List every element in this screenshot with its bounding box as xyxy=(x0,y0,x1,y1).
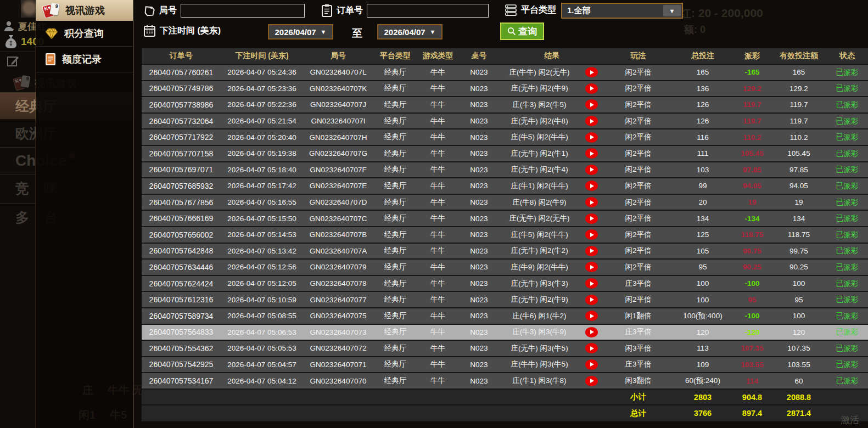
cell-order-no: 260407057760261 xyxy=(142,65,221,80)
table-row[interactable]: 260407057612316 2026-04-07 05:10:59 GN02… xyxy=(142,292,868,308)
date-from-select[interactable]: 2026/04/07 ▼ xyxy=(268,24,333,40)
replay-play-icon[interactable] xyxy=(585,99,598,110)
cell-total-bet: 134 xyxy=(673,211,733,226)
replay-play-icon[interactable] xyxy=(585,116,598,126)
cell-status: 已派彩 xyxy=(826,325,868,340)
table-row[interactable]: 260407057589734 2026-04-07 05:08:55 GN02… xyxy=(142,308,868,325)
cell-play-type: 闲2平倍 xyxy=(604,211,673,226)
table-row[interactable]: 260407057554362 2026-04-07 05:05:53 GN02… xyxy=(142,341,868,357)
replay-play-icon[interactable] xyxy=(585,311,598,321)
play-triangle-icon xyxy=(590,379,594,383)
cell-replay xyxy=(579,227,604,243)
cell-replay xyxy=(579,178,604,194)
cell-game-no: GN0232640707J xyxy=(303,97,373,112)
table-row[interactable]: 260407057707158 2026-04-07 05:19:38 GN02… xyxy=(142,146,868,162)
table-row[interactable]: 260407057738986 2026-04-07 05:22:36 GN02… xyxy=(142,97,868,114)
table-row[interactable]: 260407057656002 2026-04-07 05:14:53 GN02… xyxy=(142,227,868,244)
calendar-icon xyxy=(143,24,156,37)
play-triangle-icon xyxy=(590,200,594,205)
table-row[interactable]: 260407057634446 2026-04-07 05:12:56 GN02… xyxy=(142,260,868,276)
cell-payout: -134 xyxy=(733,211,771,226)
platform-type-select[interactable]: 1.全部 ▼ xyxy=(561,3,683,19)
cell-total-bet: 111 xyxy=(673,146,733,161)
platform-type-label: 平台类型 xyxy=(521,4,556,16)
play-triangle-icon xyxy=(590,151,594,156)
replay-play-icon[interactable] xyxy=(585,83,598,94)
clipboard-icon xyxy=(321,4,333,18)
cell-result: 庄(牛牛) 闲3(牛5) xyxy=(500,357,579,373)
cell-order-no: 260407057749786 xyxy=(142,81,221,97)
header-result: 结果 xyxy=(500,48,604,64)
note-hint: 记 xyxy=(70,55,79,66)
replay-play-icon[interactable] xyxy=(585,359,598,370)
cell-play-type: 闲3翻倍 xyxy=(604,373,673,388)
table-row[interactable]: 260407057685932 2026-04-07 05:17:42 GN02… xyxy=(142,178,868,195)
cell-table-no: N023 xyxy=(458,114,500,129)
order-no-input[interactable] xyxy=(367,4,489,18)
table-row[interactable]: 260407057564833 2026-04-07 05:06:53 GN02… xyxy=(142,325,868,341)
table-row[interactable]: 260407057642848 2026-04-07 05:13:42 GN02… xyxy=(142,244,868,260)
cell-total-bet: 105 xyxy=(673,244,733,259)
replay-play-icon[interactable] xyxy=(585,197,598,207)
menu-item-credit-records[interactable]: 额度记录 xyxy=(36,47,133,72)
cell-game-no: GN0232640707F xyxy=(303,162,373,178)
cell-table-no: N023 xyxy=(458,341,500,356)
cell-payout: 119.7 xyxy=(733,97,771,112)
cell-game-no: GN0232640707H xyxy=(303,129,373,145)
cell-play-type: 闲2平倍 xyxy=(604,195,673,210)
play-triangle-icon xyxy=(590,86,594,91)
cell-valid-bet: 94.05 xyxy=(771,178,826,194)
search-button[interactable]: 查询 xyxy=(500,22,544,40)
replay-play-icon[interactable] xyxy=(585,262,598,272)
cell-game-no: GN0232640707A xyxy=(303,244,373,259)
table-row[interactable]: 260407057749786 2026-04-07 05:23:36 GN02… xyxy=(142,81,868,98)
replay-play-icon[interactable] xyxy=(585,67,598,77)
cell-total-bet: 126 xyxy=(673,97,733,112)
table-row[interactable]: 260407057534167 2026-04-07 05:04:12 GN02… xyxy=(142,373,868,390)
table-row[interactable]: 260407057760261 2026-04-07 05:24:36 GN02… xyxy=(142,65,868,81)
replay-play-icon[interactable] xyxy=(585,246,598,256)
faint-bg-text: 闲1 xyxy=(79,408,96,423)
table-row[interactable]: 260407057732064 2026-04-07 05:21:54 GN02… xyxy=(142,114,868,130)
replay-play-icon[interactable] xyxy=(585,327,598,337)
game-no-input[interactable] xyxy=(181,4,305,18)
cell-platform-type: 经典厅 xyxy=(373,129,417,145)
menu-item-video-games[interactable]: K♥ 9 视讯游戏 xyxy=(36,0,133,21)
cell-status: 已派彩 xyxy=(826,211,868,226)
cell-result: 庄(无牛) 闲2(牛8) xyxy=(500,114,579,129)
replay-play-icon[interactable] xyxy=(585,376,598,386)
replay-play-icon[interactable] xyxy=(585,148,598,159)
header-order-no: 订单号 xyxy=(142,48,221,64)
cell-result: 庄(牛3) 闲3(牛9) xyxy=(500,325,579,340)
cell-total-bet: 103 xyxy=(673,162,733,178)
replay-play-icon[interactable] xyxy=(585,229,598,240)
cell-bet-time: 2026-04-07 05:15:50 xyxy=(221,211,303,226)
play-triangle-icon xyxy=(590,265,594,269)
table-row[interactable]: 260407057624424 2026-04-07 05:12:05 GN02… xyxy=(142,276,868,292)
table-row[interactable]: 260407057677856 2026-04-07 05:16:55 GN02… xyxy=(142,195,868,211)
subtotal-payout: 904.8 xyxy=(733,390,771,405)
replay-play-icon[interactable] xyxy=(585,213,598,224)
cell-bet-time: 2026-04-07 05:21:54 xyxy=(221,114,303,129)
table-row[interactable]: 260407057697071 2026-04-07 05:18:40 GN02… xyxy=(142,162,868,179)
cell-replay xyxy=(579,276,604,291)
replay-play-icon[interactable] xyxy=(585,181,598,191)
menu-item-points-query[interactable]: 积分查询 xyxy=(36,21,133,47)
replay-play-icon[interactable] xyxy=(585,343,598,353)
replay-play-icon[interactable] xyxy=(585,132,598,143)
replay-play-icon[interactable] xyxy=(585,295,598,305)
records-panel: 局号 订单号 平台类型 1.全部 ▼ 下注时间 (美东) xyxy=(133,0,868,428)
replay-play-icon[interactable] xyxy=(585,165,598,175)
table-row[interactable]: 260407057666169 2026-04-07 05:15:50 GN02… xyxy=(142,211,868,227)
play-triangle-icon xyxy=(590,281,594,286)
cell-table-no: N023 xyxy=(458,244,500,259)
table-row[interactable]: 260407057542925 2026-04-07 05:04:57 GN02… xyxy=(142,357,868,374)
table-row[interactable]: 260407057717922 2026-04-07 05:20:40 GN02… xyxy=(142,129,868,146)
chevron-down-icon: ▼ xyxy=(430,29,436,35)
cell-result: 庄(无牛) 闲2(牛4) xyxy=(500,162,579,178)
cell-bet-time: 2026-04-07 05:14:53 xyxy=(221,227,303,243)
date-to-select[interactable]: 2026/04/07 ▼ xyxy=(377,24,443,40)
cell-valid-bet: 107.35 xyxy=(771,341,826,356)
cell-replay xyxy=(579,292,604,307)
replay-play-icon[interactable] xyxy=(585,278,598,289)
